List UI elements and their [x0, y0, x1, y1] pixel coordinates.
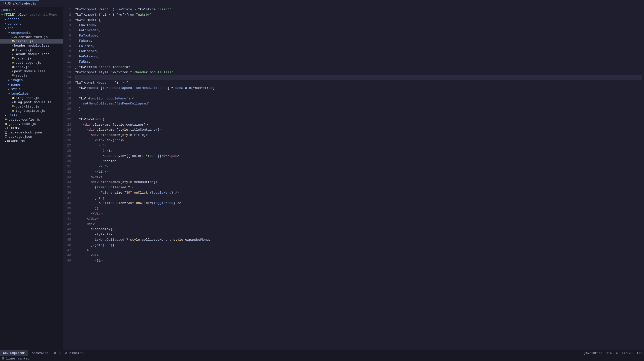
line-num-38: 38 — [65, 201, 71, 206]
code-line-1: "kw">import React, { useState } "kw">fro… — [75, 7, 642, 12]
tree-item-contact-form[interactable]: MJScontact-form.js — [0, 35, 63, 39]
buffer-label: [BUFFER] — [0, 8, 63, 12]
line-num-11: 11 — [65, 59, 71, 65]
line-num-17: 17 — [65, 91, 71, 96]
code-area[interactable]: "kw">import React, { useState } "kw">fro… — [73, 7, 644, 350]
code-line-41: </div> — [75, 216, 642, 222]
tree-item-content[interactable]: ▸content — [0, 21, 63, 26]
line-num-42: 42 — [65, 222, 71, 227]
tree-item-package-json[interactable]: {}package.json — [0, 135, 63, 139]
code-line-40: </div> — [75, 211, 642, 216]
tree-item-blog-post-module[interactable]: #blog-post.module.le — [0, 100, 63, 104]
tree-item-templates[interactable]: ▾templates — [0, 91, 63, 96]
tree-item-seo[interactable]: JSseo.js — [0, 74, 63, 78]
tree-item-utils[interactable]: ▸utils — [0, 113, 63, 118]
tree-item-post-module[interactable]: #post.module.less — [0, 69, 63, 74]
tree-item-src[interactable]: ▾src — [0, 26, 63, 30]
code-line-12: } "kw">from "react-icons/fa" — [75, 65, 642, 70]
tree-item-gatsby-node[interactable]: JSgatsby-node.js — [0, 122, 63, 126]
code-line-6: FaYoutube, — [75, 33, 642, 39]
line-num-30: 30 — [65, 159, 71, 164]
tree-item-readme[interactable]: ◆README.md — [0, 139, 63, 143]
tree-item-post[interactable]: JSpost.js — [0, 65, 63, 69]
line-num-36: 36 — [65, 190, 71, 196]
tree-item-header-module[interactable]: #header.module.less — [0, 44, 63, 48]
line-indicator-icon: ≡ — [614, 351, 620, 355]
tree-item-post-pager[interactable]: JSpost-pager.js — [0, 61, 63, 65]
line-num-27: 27 — [65, 143, 71, 149]
main-container: [BUFFER] ▾[FILE] blog /home/chris/Repo▸a… — [0, 7, 644, 350]
code-line-28: Chris — [75, 149, 642, 154]
coc-explorer-label: CoC Explorer — [3, 351, 25, 355]
code-line-37: ) : ( — [75, 196, 642, 201]
code-line-42: <div — [75, 222, 642, 227]
editor-content: 1234567891011121314151617181920212223242… — [63, 7, 644, 350]
sidebar: [BUFFER] ▾[FILE] blog /home/chris/Repo▸a… — [0, 7, 63, 350]
line-num-45: 45 — [65, 237, 71, 243]
code-line-36: <FaBars size="30" onClick={toggleMenu} /… — [75, 190, 642, 196]
line-num-5: 5 — [65, 28, 71, 33]
col-indicator: 1:1 — [634, 351, 644, 355]
code-line-32: </Link> — [75, 169, 642, 175]
code-line-24: <div className={style.titleContainer}> — [75, 127, 642, 133]
tree-item-components[interactable]: ▾components — [0, 30, 63, 35]
code-line-46: ].join(" ")} — [75, 243, 642, 248]
code-line-17 — [75, 91, 642, 96]
code-line-35: {isMenuCollapsed ? ( — [75, 185, 642, 190]
file-tree: ▾[FILE] blog /home/chris/Repo▸assets▸con… — [0, 12, 63, 143]
tree-item-assets[interactable]: ▸assets — [0, 17, 63, 21]
status-bar: CoC Explorer </>NVCode +0 ~0 -0 ⎇ master… — [0, 350, 644, 356]
code-line-10: FaPatreon, — [75, 54, 642, 59]
tree-item-package-lock[interactable]: {}package-lock.json — [0, 130, 63, 135]
tree-item-gatsby-config[interactable]: JSgatsby-config.js — [0, 118, 63, 122]
tree-item-tag-template[interactable]: JStag-template.js — [0, 109, 63, 113]
line-num-37: 37 — [65, 196, 71, 201]
code-line-34: <div className={style.menuButton}> — [75, 180, 642, 185]
active-tab[interactable]: JS JS s/c/header.js — [0, 0, 39, 7]
line-num-33: 33 — [65, 175, 71, 180]
bottom-message: 8 lines yanked — [0, 356, 644, 361]
line-num-4: 4 — [65, 23, 71, 28]
code-line-49: <li> — [75, 258, 642, 264]
js-icon: JS — [3, 2, 6, 5]
code-line-38: <FaTimes size="30" onClick={toggleMenu} … — [75, 201, 642, 206]
code-line-45: isMenuCollapsed ? style.collapsedMenu : … — [75, 237, 642, 243]
tree-item-images[interactable]: ▸images — [0, 78, 63, 82]
tree-item-layout[interactable]: JSlayout.js — [0, 48, 63, 52]
tree-item-pages[interactable]: ▸pages — [0, 82, 63, 87]
tree-item-pager[interactable]: JSpager.js — [0, 56, 63, 61]
line-num-9: 9 — [65, 49, 71, 54]
line-num-32: 32 — [65, 169, 71, 175]
code-line-44: style.list, — [75, 232, 642, 237]
code-line-47: > — [75, 248, 642, 253]
code-line-21 — [75, 112, 642, 117]
tab-bar: JS JS s/c/header.js — [0, 0, 644, 7]
code-line-14: [] — [75, 75, 642, 80]
tree-item-post-list[interactable]: JSpost-list.js — [0, 104, 63, 109]
tree-item-header[interactable]: JSheader.js — [0, 39, 63, 44]
line-num-21: 21 — [65, 112, 71, 117]
line-num-19: 19 — [65, 101, 71, 106]
tree-item-style[interactable]: ▸style — [0, 87, 63, 91]
line-num-16: 16 — [65, 86, 71, 91]
tree-item-blog-post-js[interactable]: JSblog-post.js — [0, 96, 63, 100]
yanked-message: 8 lines yanked — [2, 357, 29, 360]
branch-icon: ⎇ — [68, 351, 71, 355]
line-num-26: 26 — [65, 138, 71, 143]
code-line-23: <div className={style.container}> — [75, 122, 642, 128]
line-num-23: 23 — [65, 122, 71, 128]
line-num-2: 2 — [65, 12, 71, 18]
code-line-8: FaTimes, — [75, 44, 642, 49]
line-num-29: 29 — [65, 154, 71, 159]
line-num-20: 20 — [65, 106, 71, 112]
code-line-48: <ul> — [75, 253, 642, 258]
tree-item-file-root[interactable]: ▾[FILE] blog /home/chris/Repo — [0, 12, 63, 17]
tree-item-LICENSE[interactable]: ✕LICENSE — [0, 126, 63, 130]
line-num-35: 35 — [65, 185, 71, 190]
tree-item-layout-module[interactable]: #layout.module.less — [0, 52, 63, 56]
line-num-1: 1 — [65, 7, 71, 12]
code-line-15: "kw">const Header = () => { — [75, 80, 642, 86]
line-num-25: 25 — [65, 133, 71, 138]
code-line-33: </div> — [75, 175, 642, 180]
code-line-13: "kw">import style "kw">from "./header.mo… — [75, 70, 642, 75]
